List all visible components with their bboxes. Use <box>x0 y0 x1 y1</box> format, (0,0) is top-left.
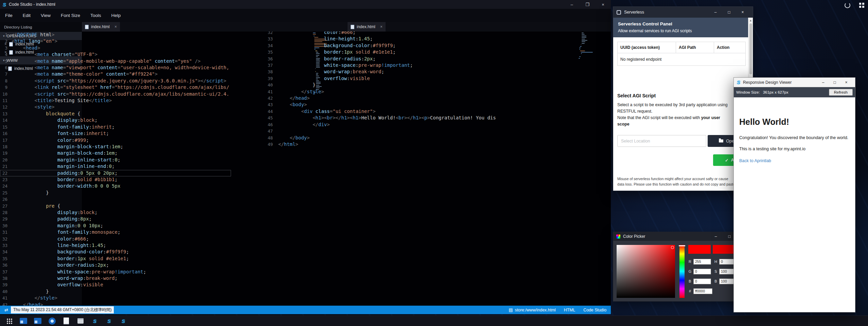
tab-index-html-right[interactable]: index.html × <box>348 22 386 32</box>
gradient-cursor[interactable] <box>671 246 674 249</box>
code-line[interactable]: 48 </body> <box>263 135 497 141</box>
maximize-icon[interactable]: □ <box>829 78 840 87</box>
code-studio-taskbar-icon-2[interactable]: S <box>105 317 113 325</box>
code-line[interactable]: 38 word-wrap:break-word; <box>263 69 497 75</box>
code-line[interactable]: 27 pre { <box>0 203 231 209</box>
close-icon[interactable]: × <box>840 78 852 87</box>
code-line[interactable]: 8 <script src="https://code.jquery.com/j… <box>0 78 231 84</box>
code-line[interactable]: 37 white-space:pre-wrap!important; <box>263 62 497 69</box>
menu-tools[interactable]: Tools <box>85 9 106 22</box>
hex-input[interactable] <box>693 288 712 294</box>
file-path-status[interactable]: ▤ store:/www/index.html <box>509 307 556 312</box>
scroll-up-icon[interactable]: ▲ <box>748 18 753 22</box>
app-window-icon-2[interactable] <box>33 317 42 325</box>
code-line[interactable]: 6 <meta name="viewport" content="user-sc… <box>0 64 231 71</box>
code-line[interactable]: 1<!DOCTYPE html> <box>0 32 231 38</box>
code-line[interactable]: 23 border:solid #b1b1b1; <box>0 176 231 183</box>
code-line[interactable]: 4 <meta charset="UTF-8"> <box>0 51 231 58</box>
code-line[interactable]: 17 color:#999; <box>0 137 231 143</box>
minimap-right[interactable] <box>579 32 595 103</box>
scrollbar-thumb[interactable] <box>749 23 752 74</box>
code-line[interactable]: 16 font-size:inherit; <box>0 130 231 137</box>
close-tab-icon[interactable]: × <box>380 25 383 29</box>
code-line[interactable]: 31 font-family:monospace; <box>0 229 231 235</box>
code-line[interactable]: 34 background-color:#f9f9f9; <box>263 42 497 49</box>
code-line[interactable]: 35 border:1px solid #e1e1e1; <box>0 255 231 262</box>
minimize-icon[interactable]: – <box>709 7 722 18</box>
code-line[interactable]: 49</html> <box>263 141 497 148</box>
code-line[interactable]: 33 line-height:1.45; <box>0 242 231 249</box>
code-line[interactable]: 36 border-radius:2px; <box>263 56 497 62</box>
language-mode-status[interactable]: HTML <box>564 308 575 312</box>
restore-icon[interactable]: ❐ <box>580 0 595 9</box>
code-line[interactable]: 10 <script src="https://cdnjs.cloudflare… <box>0 91 231 97</box>
minimize-icon[interactable]: – <box>564 0 580 9</box>
code-line[interactable]: 36 border-radius:2px; <box>0 262 231 268</box>
code-line[interactable]: 11 <title>Testing Site</title> <box>0 97 231 104</box>
code-line[interactable]: 40 } <box>263 82 497 88</box>
red-input[interactable] <box>693 259 711 265</box>
code-line[interactable]: 18 margin-block-start:1em; <box>0 143 231 150</box>
code-line[interactable]: 40 } <box>0 288 231 295</box>
code-line[interactable]: 32 color:#666; <box>0 236 231 242</box>
code-line[interactable]: 22 padding:0 5px 0 20px; <box>0 170 231 176</box>
saturation-value-gradient[interactable] <box>617 245 675 298</box>
code-line[interactable]: 32 color:#666; <box>263 32 497 36</box>
code-line[interactable]: 28 display:block; <box>0 209 231 216</box>
code-line[interactable]: 41 </style> <box>263 89 497 95</box>
minimize-icon[interactable]: – <box>709 232 723 241</box>
menu-font-size[interactable]: Font Size <box>56 9 85 22</box>
minimize-icon[interactable]: – <box>817 78 829 87</box>
code-line[interactable]: 9 <link rel="stylesheet" href="https://c… <box>0 84 231 91</box>
tab-index-html-left[interactable]: index.html × <box>82 22 120 32</box>
code-editor-right[interactable]: 32 color:#666;33 line-height:1.45;34 bac… <box>263 32 497 306</box>
code-line[interactable]: 19 margin-block-end:1em; <box>0 150 231 156</box>
menu-help[interactable]: Help <box>106 9 126 22</box>
code-line[interactable]: 41 </style> <box>0 295 231 301</box>
code-line[interactable]: 26 <box>0 196 231 203</box>
code-line[interactable]: 15 font-family:inherit; <box>0 124 231 130</box>
code-line[interactable]: 25 } <box>0 190 231 196</box>
document-icon[interactable] <box>62 317 71 325</box>
code-line[interactable]: 12 <style> <box>0 104 231 110</box>
code-studio-taskbar-icon-1[interactable]: S <box>90 317 99 325</box>
code-line[interactable]: 3 <head> <box>0 45 231 51</box>
previous-color-swatch[interactable] <box>713 245 735 254</box>
menu-file[interactable]: File <box>0 9 18 22</box>
browser-icon[interactable] <box>48 317 56 325</box>
maximize-icon[interactable]: □ <box>722 7 736 18</box>
archive-icon[interactable] <box>76 317 85 325</box>
code-line[interactable]: 21 margin-inline-end:0; <box>0 163 231 170</box>
code-line[interactable]: 38 word-wrap:break-word; <box>0 275 231 282</box>
code-line[interactable]: 39 overflow:visible <box>263 75 497 82</box>
code-line[interactable]: 43 <body> <box>263 101 497 108</box>
back-to-aprintlab-link[interactable]: Back to Aprintlab <box>739 158 771 163</box>
menu-view[interactable]: View <box>36 9 56 22</box>
code-line[interactable]: 7 <meta name="theme-color" content="#ff9… <box>0 71 231 77</box>
code-studio-taskbar-icon-3[interactable]: S <box>119 317 128 325</box>
code-line[interactable]: 47 <box>263 128 497 134</box>
code-line[interactable]: 37 white-space:pre-wrap!important; <box>0 269 231 275</box>
code-editor-left[interactable]: 1<!DOCTYPE html>2<html lang="en">3 <head… <box>0 32 231 306</box>
sync-icon[interactable]: ⇄ <box>4 307 8 312</box>
menu-edit[interactable]: Edit <box>18 9 36 22</box>
code-line[interactable]: 2<html lang="en"> <box>0 38 231 44</box>
code-line[interactable]: 5 <meta name="apple-mobile-web-app-capab… <box>0 58 231 64</box>
close-tab-icon[interactable]: × <box>114 25 117 29</box>
code-line[interactable]: 20 margin-inline-start:0; <box>0 157 231 163</box>
code-line[interactable]: 24 border-width:0 0 0 5px <box>0 183 231 189</box>
code-line[interactable]: 45 <h1><br></h1><h1>Hello World!<br></h1… <box>263 115 497 121</box>
code-line[interactable]: 39 overflow:visible <box>0 282 231 288</box>
refresh-button[interactable]: Refresh <box>829 89 853 96</box>
close-icon[interactable]: × <box>595 0 611 9</box>
code-line[interactable]: 13 blockquote { <box>0 111 231 117</box>
code-line[interactable]: 42 </head> <box>263 95 497 101</box>
blue-input[interactable] <box>693 279 711 284</box>
code-line[interactable]: 42 </head> <box>0 302 231 306</box>
hue-cursor[interactable] <box>679 245 685 246</box>
apps-grid-icon[interactable] <box>859 3 865 8</box>
code-line[interactable]: 35 border:1px solid #e1e1e1; <box>263 49 497 55</box>
app-window-icon-1[interactable] <box>19 317 28 325</box>
code-line[interactable]: 14 display:block; <box>0 117 231 123</box>
close-icon[interactable]: × <box>736 7 749 18</box>
